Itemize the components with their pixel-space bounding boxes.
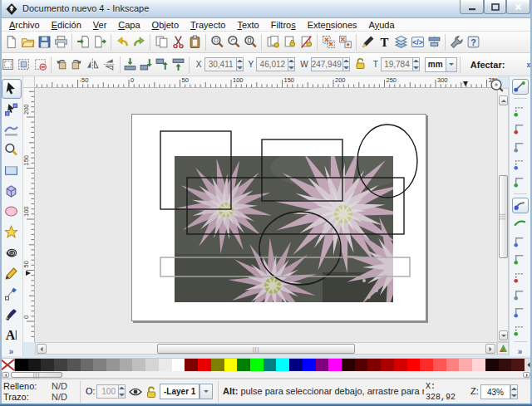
fill-stroke-dialog-button[interactable] (359, 33, 376, 51)
scroll-down-button[interactable] (499, 330, 508, 340)
color-swatch-ffff00[interactable] (224, 359, 238, 371)
duplicate-button[interactable] (264, 33, 281, 51)
field-x-spin-buttons[interactable] (236, 57, 244, 71)
color-swatch-bfbfbf[interactable] (132, 359, 145, 371)
zoom-spin-buttons[interactable] (510, 384, 518, 399)
rotate-ccw-button[interactable] (53, 56, 69, 74)
color-swatch-eaeaea[interactable] (159, 359, 172, 371)
color-swatch-ff8080[interactable] (446, 359, 460, 371)
raise-button[interactable] (154, 56, 170, 74)
unit-selector[interactable]: mm (425, 57, 457, 72)
menu-item-capa[interactable]: Capa (112, 19, 145, 31)
opacity-spin-buttons[interactable] (118, 384, 126, 399)
copy-button[interactable] (153, 33, 170, 51)
swatch-none[interactable] (0, 359, 15, 371)
open-document-button[interactable] (19, 33, 36, 51)
text-dialog-button[interactable]: T (376, 33, 392, 51)
field-t-spinner[interactable]: 19,784 (381, 57, 420, 71)
zoom-to-drawing-button[interactable] (225, 33, 242, 51)
current-layer-select[interactable]: -Layer 1 (160, 384, 200, 399)
menu-item-archivo[interactable]: Archivo (3, 19, 46, 31)
maximize-button[interactable] (484, 0, 506, 14)
snap-bbox-corners-button[interactable] (512, 156, 529, 172)
color-swatch-ff0000[interactable] (407, 359, 421, 371)
menu-item-edición[interactable]: Edición (46, 19, 87, 31)
enable-snapping-button[interactable] (512, 79, 529, 95)
snap-bbox-centers-button[interactable] (512, 174, 529, 189)
horizontal-ruler[interactable]: -50050100150200250300350 (35, 76, 497, 88)
new-document-button[interactable] (2, 33, 19, 51)
field-w-spinner[interactable]: 247,949 (311, 57, 350, 71)
cactus-flower-photo[interactable] (175, 156, 393, 302)
zoom-to-page-button[interactable] (242, 33, 259, 51)
menu-item-objeto[interactable]: Objeto (146, 19, 185, 31)
raise-to-top-button[interactable] (170, 56, 186, 74)
scroll-right-button[interactable] (485, 344, 495, 354)
minimize-button[interactable] (460, 0, 484, 14)
xml-editor-button[interactable]: </> (409, 33, 426, 51)
color-swatch-1a0505[interactable] (485, 359, 499, 371)
opacity-spinner[interactable]: 100 (96, 384, 126, 399)
palette-scrollbar[interactable]: ||| (0, 371, 532, 379)
input-devices-button[interactable]: ? (465, 33, 481, 51)
rotate-cw-button[interactable] (69, 56, 85, 74)
align-distribute-dialog-button[interactable] (426, 33, 442, 51)
field-w-value[interactable]: 247,949 (311, 57, 342, 71)
color-swatch-808000[interactable] (211, 359, 224, 371)
color-swatch-d5d5d5[interactable] (145, 359, 159, 371)
menu-item-texto[interactable]: Texto (231, 19, 264, 31)
color-swatch-555555[interactable] (67, 359, 81, 371)
export-bitmap-button[interactable] (91, 33, 108, 51)
color-swatch-000000[interactable] (15, 359, 28, 371)
paste-button[interactable] (186, 33, 203, 51)
zoom-tool-button[interactable] (2, 140, 22, 160)
vertical-ruler[interactable]: 050100150200 (23, 88, 35, 342)
field-y-spinner[interactable]: 46,012 (256, 57, 295, 71)
color-swatch-ff5555[interactable] (433, 359, 446, 371)
field-t-value[interactable]: 19,784 (381, 57, 412, 71)
lower-to-bottom-button[interactable] (122, 56, 138, 74)
zoom-value[interactable]: 43% (480, 384, 510, 399)
calligraphy-tool-button[interactable] (2, 305, 22, 325)
snap-cusp-nodes-button[interactable] (512, 251, 529, 267)
toolbox-overflow-button[interactable]: » (9, 347, 14, 356)
snap-object-centers-button[interactable] (512, 304, 529, 320)
color-swatch-550000[interactable] (355, 359, 368, 371)
menu-item-ver[interactable]: Ver (87, 19, 113, 31)
color-swatch-00ff00[interactable] (250, 359, 264, 371)
layer-lock-icon[interactable] (145, 385, 157, 399)
snapbar-overflow-button[interactable]: » (518, 347, 523, 356)
box-3d-tool-button[interactable] (2, 181, 22, 201)
bezier-pen-tool-button[interactable] (2, 284, 22, 304)
color-swatch-ff00ff[interactable] (328, 359, 342, 371)
snap-nodes-button[interactable] (512, 198, 529, 213)
quick-zoom-icon[interactable] (490, 78, 505, 93)
color-swatch-000080[interactable] (289, 359, 303, 371)
spiral-tool-button[interactable] (2, 243, 22, 263)
snap-bbox-midpoints-button[interactable] (512, 138, 529, 154)
lock-ratio-icon[interactable] (350, 57, 368, 72)
group-objects-button[interactable] (320, 33, 337, 51)
print-document-button[interactable] (52, 33, 69, 51)
color-swatch-4d1414[interactable] (511, 359, 525, 371)
color-swatch-aaaaaa[interactable] (120, 359, 133, 371)
menu-item-trayecto[interactable]: Trayecto (185, 19, 231, 31)
snap-smooth-nodes-button[interactable] (512, 268, 529, 284)
color-swatch-ffffff[interactable] (172, 359, 185, 371)
color-swatch-404040[interactable] (54, 359, 67, 371)
zoom-spinner[interactable]: 43% (480, 384, 518, 399)
color-swatch-ff2a2a[interactable] (420, 359, 433, 371)
snap-bbox-edges-button[interactable] (512, 120, 529, 136)
color-swatch-ffaaaa[interactable] (459, 359, 472, 371)
close-button[interactable] (506, 0, 530, 14)
pencil-tool-button[interactable] (2, 263, 22, 283)
zoom-to-selection-button[interactable] (209, 33, 225, 51)
ellipse-tool-button[interactable] (2, 202, 22, 222)
unit-dropdown-button[interactable] (446, 57, 457, 72)
vertical-scrollbar[interactable]: ||| (497, 88, 509, 342)
lower-button[interactable] (138, 56, 154, 74)
stroke-value[interactable]: N/D (52, 392, 67, 402)
deselect-button[interactable] (32, 56, 48, 74)
color-swatch-800080[interactable] (316, 359, 329, 371)
rectangle-tool-button[interactable] (2, 161, 22, 181)
